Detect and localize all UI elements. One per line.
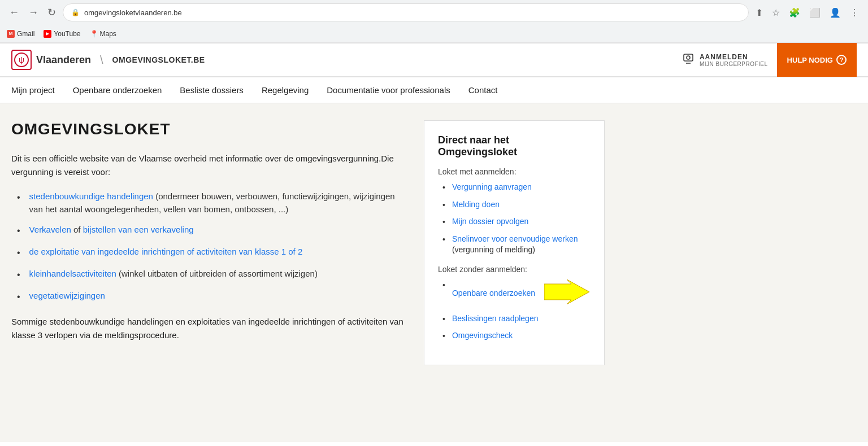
list-item-stedenbouw-text: stedenbouwkundige handelingen (ondermeer…: [29, 190, 407, 216]
nav-item-contact: Contact: [459, 77, 507, 103]
svg-marker-5: [544, 279, 589, 304]
svg-text:ψ: ψ: [19, 55, 24, 64]
share-icon[interactable]: ⬆: [753, 5, 765, 20]
main-content-area: OMGEVINGSLOKET Dit is een officiële webs…: [11, 120, 407, 425]
bookmarks-bar: M Gmail ▶ YouTube 📍 Maps: [0, 25, 868, 43]
extensions-icon[interactable]: 🧩: [787, 5, 802, 20]
sidebar-item-melding: Melding doen: [442, 199, 591, 211]
yellow-arrow-annotation: [544, 279, 589, 308]
sidebar-section1-label: Loket met aanmelden:: [438, 167, 591, 176]
back-button[interactable]: ←: [7, 5, 21, 21]
url-text: omgevingsloketvlaanderen.be: [84, 8, 740, 17]
sidebar-link-beslissingen[interactable]: Beslissingen raadplegen: [452, 313, 539, 325]
bookmark-gmail[interactable]: M Gmail: [7, 30, 34, 38]
nav-list: Mijn project Openbare onderzoeken Beslis…: [11, 77, 857, 103]
sidebar-item-openbare: Openbare onderzoeken: [442, 279, 591, 308]
aanmelden-icon: [682, 52, 695, 68]
list-item-kleinhandel-suffix: (winkel uitbaten of uitbreiden of assort…: [119, 269, 318, 278]
link-stedenbouwkundige[interactable]: stedenbouwkundige handelingen: [29, 191, 153, 201]
aanmelden-text-block: AANMELDEN MIJN BURGERPROFIEL: [700, 53, 768, 67]
nav-link-openbare-onderzoeken[interactable]: Openbare onderzoeken: [64, 77, 171, 103]
list-item-of-text: of: [73, 225, 83, 234]
list-item-vegetatie-text: vegetatiewijzigingen: [29, 290, 105, 303]
link-kleinhandel[interactable]: kleinhandelsactiviteiten: [29, 269, 116, 278]
window-icon[interactable]: ⬜: [807, 5, 823, 20]
bookmark-youtube-label: YouTube: [54, 30, 80, 38]
sidebar-snelinvoer-text: Snelinvoer voor eenvoudige werken (vergu…: [452, 234, 591, 256]
page-title: OMGEVINGSLOKET: [11, 120, 407, 138]
nav-item-besliste-dossiers: Besliste dossiers: [171, 77, 253, 103]
nav-link-regelgeving[interactable]: Regelgeving: [253, 77, 318, 103]
bookmark-icon[interactable]: ☆: [770, 5, 782, 20]
link-bijstellen[interactable]: bijstellen van een verkaveling: [83, 225, 194, 234]
site-header: ψ Vlaanderen \ OMGEVINGSLOKET.BE AANMELD…: [0, 43, 868, 77]
nav-item-regelgeving: Regelgeving: [253, 77, 318, 103]
browser-toolbar: ← → ↻ 🔒 omgevingsloketvlaanderen.be ⬆ ☆ …: [0, 0, 868, 25]
forward-button[interactable]: →: [26, 5, 41, 21]
intro-paragraph: Dit is een officiële website van de Vlaa…: [11, 152, 407, 179]
list-item-vegetatie: vegetatiewijzigingen: [17, 290, 407, 304]
site-logo: ψ Vlaanderen \ OMGEVINGSLOKET.BE: [11, 50, 205, 70]
link-vegetatie[interactable]: vegetatiewijzigingen: [29, 291, 105, 300]
reload-button[interactable]: ↻: [45, 4, 58, 21]
nav-link-documentatie[interactable]: Documentatie voor professionals: [318, 77, 459, 103]
svg-point-3: [687, 56, 690, 59]
logo-site-text: OMGEVINGSLOKET.BE: [112, 55, 205, 64]
sidebar-box: Direct naar het Omgevingsloket Loket met…: [424, 120, 605, 365]
nav-item-openbare-onderzoeken: Openbare onderzoeken: [64, 77, 171, 103]
sidebar-link-snelinvoer[interactable]: Snelinvoer voor eenvoudige werken: [452, 234, 578, 243]
nav-link-besliste-dossiers[interactable]: Besliste dossiers: [171, 77, 253, 103]
logo-vlaanderen-text: Vlaanderen: [36, 54, 91, 66]
gmail-favicon: M: [7, 30, 15, 38]
aanmelden-button[interactable]: AANMELDEN MIJN BURGERPROFIEL: [682, 52, 768, 68]
sidebar-link-omgevingscheck[interactable]: Omgevingscheck: [452, 330, 513, 342]
nav-item-mijn-project: Mijn project: [11, 77, 64, 103]
list-item-kleinhandel-text: kleinhandelsactiviteiten (winkel uitbate…: [29, 268, 318, 281]
sidebar-item-beslissingen: Beslissingen raadplegen: [442, 313, 591, 325]
bookmark-gmail-label: Gmail: [17, 30, 34, 38]
bookmark-maps[interactable]: 📍 Maps: [90, 30, 116, 38]
main-nav: Mijn project Openbare onderzoeken Beslis…: [0, 77, 868, 103]
address-bar[interactable]: 🔒 omgevingsloketvlaanderen.be: [63, 3, 749, 21]
sidebar-link-dossier[interactable]: Mijn dossier opvolgen: [452, 216, 528, 228]
sidebar-item-dossier: Mijn dossier opvolgen: [442, 216, 591, 228]
aanmelden-subtitle: MIJN BURGERPROFIEL: [700, 61, 768, 67]
youtube-favicon: ▶: [44, 30, 51, 38]
logo-divider: \: [100, 54, 103, 67]
sidebar-list-zonder-aanmelden: Openbare onderzoeken Beslissingen raadpl…: [442, 279, 591, 342]
sidebar: Direct naar het Omgevingsloket Loket met…: [424, 120, 605, 425]
vergunning-list: stedenbouwkundige handelingen (ondermeer…: [17, 190, 407, 304]
hulp-nodig-label: HULP NODIG: [787, 56, 833, 64]
sidebar-link-melding[interactable]: Melding doen: [452, 199, 500, 211]
nav-link-contact[interactable]: Contact: [459, 77, 507, 103]
lock-icon: 🔒: [71, 8, 80, 16]
hulp-nodig-button[interactable]: HULP NODIG ?: [777, 43, 857, 77]
maps-favicon: 📍: [90, 30, 98, 38]
nav-item-documentatie: Documentatie voor professionals: [318, 77, 459, 103]
list-item-stedenbouw: stedenbouwkundige handelingen (ondermeer…: [17, 190, 407, 216]
list-item-exploitatie: de exploitatie van ingedeelde inrichting…: [17, 246, 407, 260]
link-exploitatie[interactable]: de exploitatie van ingedeelde inrichting…: [29, 247, 303, 256]
bookmark-youtube[interactable]: ▶ YouTube: [44, 30, 80, 38]
profile-icon[interactable]: 👤: [827, 5, 843, 20]
page-content: OMGEVINGSLOKET Dit is een officiële webs…: [0, 103, 868, 442]
menu-icon[interactable]: ⋮: [848, 5, 861, 20]
browser-toolbar-icons: ⬆ ☆ 🧩 ⬜ 👤 ⋮: [753, 5, 861, 20]
sidebar-list-aanmelden: Vergunning aanvragen Melding doen Mijn d…: [442, 182, 591, 256]
nav-link-mijn-project[interactable]: Mijn project: [11, 77, 64, 103]
sidebar-section2-label: Loket zonder aanmelden:: [438, 265, 591, 274]
list-item-exploitatie-text: de exploitatie van ingedeelde inrichting…: [29, 246, 303, 259]
sidebar-item-omgevingscheck: Omgevingscheck: [442, 330, 591, 342]
svg-rect-2: [684, 54, 693, 61]
sidebar-link-vergunning[interactable]: Vergunning aanvragen: [452, 182, 532, 193]
sidebar-item-vergunning: Vergunning aanvragen: [442, 182, 591, 194]
closing-paragraph: Sommige stedenbouwkundige handelingen en…: [11, 315, 407, 342]
link-verkavelen[interactable]: Verkavelen: [29, 225, 71, 234]
list-item-verkavelen-text: Verkavelen of bijstellen van een verkave…: [29, 224, 194, 237]
sidebar-item-snelinvoer: Snelinvoer voor eenvoudige werken (vergu…: [442, 234, 591, 256]
sidebar-link-openbare[interactable]: Openbare onderzoeken: [452, 288, 535, 299]
aanmelden-title: AANMELDEN: [700, 53, 768, 61]
browser-chrome: ← → ↻ 🔒 omgevingsloketvlaanderen.be ⬆ ☆ …: [0, 0, 868, 43]
sidebar-snelinvoer-suffix: (vergunning of melding): [452, 245, 535, 254]
list-item-verkavelen: Verkavelen of bijstellen van een verkave…: [17, 224, 407, 238]
